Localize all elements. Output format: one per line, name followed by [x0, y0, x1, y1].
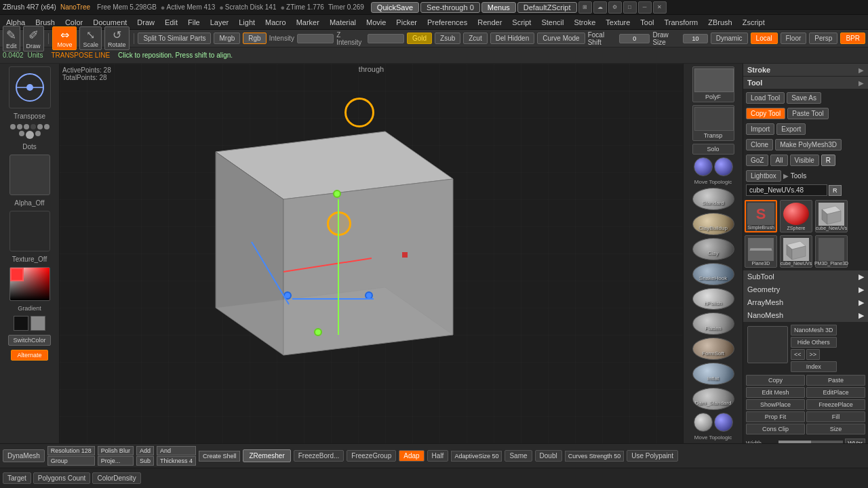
draw-button[interactable]: ✐ Draw — [23, 26, 44, 52]
menu-stencil[interactable]: Stencil — [536, 17, 568, 28]
zsphere-thumb[interactable]: ZSphere — [780, 200, 812, 232]
flatten-sphere[interactable]: Flatten — [692, 312, 734, 335]
copy-button[interactable]: Copy — [746, 375, 805, 386]
transp-button[interactable]: Transp — [692, 105, 734, 141]
tool-name-input[interactable] — [746, 184, 827, 196]
texture-swatch[interactable] — [9, 211, 50, 251]
alternate-button[interactable]: Alternate — [11, 350, 47, 361]
nav-next-button[interactable]: >> — [806, 349, 821, 360]
icon4[interactable]: □ — [623, 1, 637, 14]
icon2[interactable]: ☁ — [593, 1, 607, 14]
damstandard-sphere[interactable]: Dam_Standard — [692, 388, 734, 410]
menu-macro[interactable]: Macro — [260, 17, 291, 28]
draw-size-slider[interactable]: 10 — [683, 34, 707, 43]
icon5[interactable]: ─ — [638, 1, 652, 14]
make-polymesh-button[interactable]: Make PolyMesh3D — [775, 139, 842, 150]
nav-prev-button[interactable]: << — [791, 349, 805, 360]
curves-strength-label[interactable]: Curves Strength 50 — [565, 451, 625, 462]
move-button[interactable]: ⇔ Move — [52, 26, 77, 50]
goz-button[interactable]: GoZ — [746, 155, 768, 166]
adap-button[interactable]: Adap — [399, 450, 424, 462]
menu-preferences[interactable]: Preferences — [422, 17, 472, 28]
target-button[interactable]: Target — [3, 472, 31, 484]
gold-button[interactable]: Gold — [407, 33, 432, 44]
polygons-count-button[interactable]: Polygons Count — [33, 472, 91, 484]
floor-button[interactable]: Floor — [781, 33, 807, 44]
use-polypaint-button[interactable]: Use Polypaint — [627, 450, 678, 462]
pm3d-plane3d-thumb[interactable]: PM3D_Plane3D — [815, 235, 848, 268]
move-sphere[interactable] — [694, 157, 713, 176]
menu-stroke[interactable]: Stroke — [569, 17, 600, 28]
propfit-button[interactable]: Prop Fit — [746, 411, 805, 422]
sub-button[interactable]: Sub — [136, 456, 154, 466]
gizmo-blue-dot[interactable] — [283, 291, 292, 300]
gizmo-green-dot-top[interactable] — [333, 190, 341, 198]
colordensity-bottom-button[interactable]: ColorDensity — [92, 472, 140, 484]
simplebrushlarge-thumb[interactable]: S SimpleBrush — [745, 200, 777, 232]
nanomesh-header[interactable]: NanoMesh ▶ — [743, 309, 868, 322]
menu-script[interactable]: Script — [507, 17, 536, 28]
adaptivesize-label[interactable]: AdaptiveSize 50 — [451, 451, 502, 462]
mrgb-button[interactable]: Mrgb — [214, 33, 240, 44]
gizmo-mid-circle[interactable] — [327, 211, 351, 236]
rgb-button[interactable]: Rgb — [243, 33, 266, 44]
dynamesh-button[interactable]: DynaMesh — [3, 449, 45, 462]
menu-transform[interactable]: Transform — [660, 17, 703, 28]
gizmo-top-circle[interactable] — [344, 98, 374, 127]
standard-sphere[interactable]: Standard — [692, 188, 734, 210]
fill-button[interactable]: Fill — [806, 411, 865, 422]
save-as-button[interactable]: Save As — [787, 92, 821, 104]
z-intensity-slider[interactable] — [368, 34, 404, 43]
tool-r-button[interactable]: R — [829, 185, 842, 196]
transpose-icon[interactable] — [9, 66, 51, 108]
edit-button[interactable]: ✎ Edit — [3, 26, 20, 52]
load-tool-button[interactable]: Load Tool — [746, 92, 785, 104]
icon6[interactable]: ✕ — [653, 1, 667, 14]
group-label[interactable]: Group — [47, 456, 95, 466]
intensity-slider[interactable] — [297, 34, 334, 43]
paste-button[interactable]: Paste — [806, 375, 865, 386]
edit-mesh-button[interactable]: Edit Mesh — [746, 387, 805, 398]
zremesher-button[interactable]: ZRemesher — [243, 449, 290, 462]
cube-newuvs-thumb1[interactable]: cube_NewUVs — [815, 200, 848, 232]
snakehook-sphere[interactable]: SnakeHook — [692, 263, 734, 285]
fg-swatch[interactable] — [14, 316, 28, 331]
menu-layer[interactable]: Layer — [205, 17, 234, 28]
split-to-similar-parts-button[interactable]: Split To Similar Parts — [138, 33, 211, 44]
del-hidden-button[interactable]: Del Hidden — [490, 33, 534, 44]
gizmo-red-square[interactable] — [402, 252, 408, 258]
and-button[interactable]: And — [157, 446, 196, 455]
menu-material[interactable]: Material — [325, 17, 361, 28]
lightbox-button[interactable]: Lightbox — [746, 170, 781, 182]
doubl-button[interactable]: Doubl — [535, 450, 562, 462]
topo-sphere2[interactable] — [714, 413, 733, 432]
editplace-button[interactable]: EditPlace — [806, 387, 865, 398]
index-button[interactable]: Index — [791, 361, 837, 372]
focal-shift-slider[interactable]: 0 — [619, 34, 650, 43]
quicksave-button[interactable]: QuickSave — [371, 2, 419, 13]
export-button[interactable]: Export — [776, 123, 806, 135]
menu-marker[interactable]: Marker — [292, 17, 324, 28]
bpr-button[interactable]: BPR — [840, 33, 865, 44]
seethrough-button[interactable]: See-through 0 — [420, 2, 480, 13]
freezeplace-button[interactable]: FreezePlace — [806, 399, 865, 410]
menus-button[interactable]: Menus — [481, 2, 516, 13]
alpha-swatch[interactable] — [9, 155, 50, 195]
hide-others-button[interactable]: Hide Others — [791, 337, 837, 348]
menu-draw[interactable]: Draw — [132, 17, 159, 28]
freezegroups-button[interactable]: FreezeGroup — [347, 450, 396, 462]
half-button[interactable]: Half — [427, 450, 449, 462]
paste-tool-button[interactable]: Paste Tool — [787, 108, 829, 119]
same-button[interactable]: Same — [505, 450, 532, 462]
zcut-button[interactable]: Zcut — [463, 33, 487, 44]
icon3[interactable]: ⚙ — [608, 1, 622, 14]
color-picker[interactable] — [9, 267, 50, 301]
transpose-line-label[interactable]: TRANSPOSE LINE — [51, 52, 110, 59]
freezeborders-button[interactable]: FreezeBord... — [294, 450, 344, 462]
gizmo-blue-dot2[interactable] — [365, 291, 373, 300]
project-button[interactable]: Proje... — [98, 456, 134, 466]
rotate-button[interactable]: ↺ Rotate — [104, 26, 130, 50]
zsub-button[interactable]: Zsub — [435, 33, 460, 44]
visible-button[interactable]: Visible — [790, 155, 819, 166]
cube-newuvs-thumb2[interactable]: cube_NewUVs — [780, 235, 812, 268]
